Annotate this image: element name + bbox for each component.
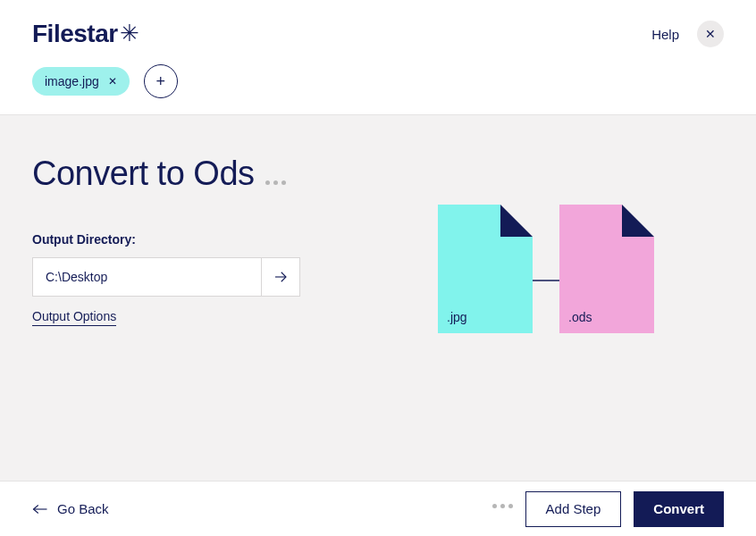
source-file-icon: .jpg <box>438 205 533 333</box>
close-button[interactable]: ✕ <box>697 21 724 47</box>
file-fold-icon <box>500 205 533 237</box>
footer: Go Back Add Step Convert <box>0 481 756 536</box>
page-title: Convert to Ods <box>32 155 255 193</box>
output-directory-row <box>32 257 300 297</box>
app-logo: Filestar✳ <box>32 20 139 48</box>
dot-icon <box>281 180 286 185</box>
logo-star-icon: ✳ <box>120 20 139 46</box>
output-directory-input[interactable] <box>32 257 261 297</box>
help-link[interactable]: Help <box>651 27 679 42</box>
conversion-illustration: .jpg .ods <box>438 205 706 383</box>
arrow-left-icon <box>32 503 48 515</box>
footer-actions: Add Step Convert <box>492 491 724 527</box>
dot-icon <box>265 180 270 185</box>
output-directory-browse-button[interactable] <box>261 257 300 297</box>
add-file-button[interactable]: + <box>144 64 178 98</box>
go-back-button[interactable]: Go Back <box>32 501 109 516</box>
go-back-label: Go Back <box>57 501 109 516</box>
file-chips: image.jpg ✕ + <box>32 64 724 98</box>
add-step-button[interactable]: Add Step <box>525 491 622 527</box>
logo-text: Filestar <box>32 20 118 47</box>
title-more-button[interactable] <box>265 180 286 190</box>
arrow-right-icon <box>273 269 289 285</box>
header-top: Filestar✳ Help ✕ <box>32 20 724 48</box>
close-icon: ✕ <box>705 27 716 41</box>
title-row: Convert to Ods <box>32 155 724 193</box>
app-window: Filestar✳ Help ✕ image.jpg ✕ + Convert t… <box>0 0 756 536</box>
dot-icon <box>500 504 505 508</box>
header-right: Help ✕ <box>651 21 724 47</box>
target-file-icon: .ods <box>559 205 654 333</box>
file-chip[interactable]: image.jpg ✕ <box>32 67 130 96</box>
dot-icon <box>492 504 497 508</box>
dot-icon <box>273 180 278 185</box>
plus-icon: + <box>155 72 165 91</box>
file-chip-label: image.jpg <box>45 74 99 88</box>
output-options-link[interactable]: Output Options <box>32 309 116 326</box>
remove-file-icon[interactable]: ✕ <box>108 75 117 88</box>
source-file-ext: .jpg <box>447 310 467 324</box>
convert-button[interactable]: Convert <box>634 491 724 527</box>
file-fold-icon <box>622 205 654 237</box>
header: Filestar✳ Help ✕ image.jpg ✕ + <box>0 0 756 114</box>
target-file-ext: .ods <box>568 310 592 324</box>
footer-more-button[interactable] <box>492 504 513 514</box>
dot-icon <box>508 504 513 508</box>
main-content: Convert to Ods Output Directory: Output … <box>0 114 756 481</box>
